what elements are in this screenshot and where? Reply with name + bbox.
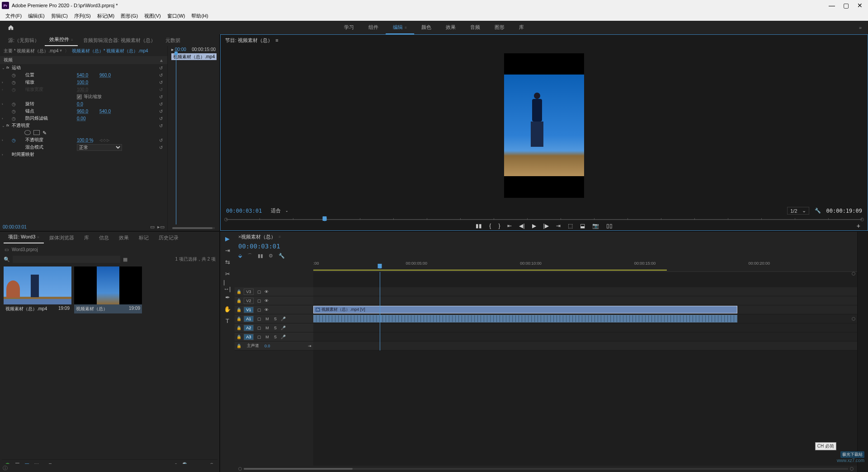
blend-mode-select[interactable]: 正常 [77,144,122,151]
stopwatch-icon[interactable]: ◷ [12,116,18,121]
workspace-libraries[interactable]: 库 [512,21,531,34]
ripple-edit-tool[interactable]: ⇆ [223,258,231,266]
anchor-x[interactable]: 960.0 [77,109,99,114]
sync-lock-icon[interactable]: ▢ [256,308,262,312]
tab-audio-clip-mixer[interactable]: 音频剪辑混合器: 视频素材（总） [79,35,160,46]
close-button[interactable]: ✕ [857,2,863,9]
menu-graphics[interactable]: 图形(G) [118,12,141,20]
sequence-name[interactable]: 视频素材（总） [241,234,276,240]
program-resolution-select[interactable]: 1/2⌄ [787,207,809,215]
mask-pen-icon[interactable]: ✎ [42,130,47,136]
program-timecode-current[interactable]: 00:00:03:01 [226,208,262,214]
sync-lock-icon[interactable]: ▢ [256,317,262,321]
menu-window[interactable]: 窗口(W) [165,12,188,20]
scale-value[interactable]: 100.0 [77,80,99,85]
lock-icon[interactable]: 🔒 [236,344,241,348]
timeline-playhead-line[interactable] [380,272,380,350]
workspace-overflow[interactable]: » [857,23,863,32]
mic-icon[interactable]: 🎤 [281,317,286,321]
track-header-v1[interactable]: 🔒V1▢👁 [235,305,313,314]
zoom-in-handle[interactable] [850,467,854,471]
reset-icon[interactable]: ↺ [159,102,165,107]
workspace-editing[interactable]: 编辑≡ [386,21,414,34]
timeline-zoom-scrollbar[interactable] [244,468,353,470]
mark-out-button[interactable]: } [498,223,500,229]
program-scrubber[interactable] [226,216,862,221]
reset-icon[interactable]: ↺ [159,73,165,78]
add-keyframe-icon[interactable]: ◇ [103,138,106,142]
lift-button[interactable]: ⬚ [568,223,573,229]
track-v3[interactable] [313,287,857,296]
track-header-a3[interactable]: 🔒A3▢MS🎤 [235,332,313,341]
rotation-value[interactable]: 0.0 [77,102,99,107]
track-header-a2[interactable]: 🔒A2▢MS🎤 [235,323,313,332]
reset-icon[interactable]: ↺ [159,109,165,114]
ec-scrollbar[interactable] [172,227,212,229]
workspace-color[interactable]: 颜色 [414,21,439,34]
tab-effects[interactable]: 效果 [114,232,133,243]
settings-icon[interactable]: 🔧 [815,208,821,214]
zoom-out-handle[interactable] [238,467,242,471]
tab-source[interactable]: 源:（无剪辑） [4,35,44,46]
reset-icon[interactable]: ↺ [159,116,165,121]
hand-tool[interactable]: ✋ [223,305,231,313]
menu-help[interactable]: 帮助(H) [189,12,211,20]
visibility-icon[interactable]: 👁 [264,290,269,294]
compare-button[interactable]: ▯▯ [606,223,613,229]
tab-markers[interactable]: 标记 [134,232,153,243]
add-marker-button[interactable]: ▮▮ [476,223,482,229]
visibility-icon[interactable]: 👁 [264,299,269,303]
menu-edit[interactable]: 编辑(E) [25,12,47,20]
tab-metadata[interactable]: 元数据 [161,35,185,46]
tab-history[interactable]: 历史记录 [154,232,183,243]
menu-view[interactable]: 视图(V) [142,12,164,20]
scrubber-start-handle[interactable] [224,218,228,221]
stopwatch-icon[interactable]: ◷ [12,138,18,143]
anchor-y[interactable]: 540.0 [99,109,122,114]
tab-project[interactable]: 项目: Word3≡ [4,231,44,243]
tab-media-browser[interactable]: 媒体浏览器 [45,232,79,243]
step-forward-button[interactable]: |▶ [543,223,549,229]
position-y[interactable]: 960.0 [99,73,122,78]
workspace-learn[interactable]: 学习 [337,21,361,34]
marker-add-icon[interactable]: ▮▮ [258,253,263,259]
lock-icon[interactable]: 🔒 [236,326,241,330]
vscroll-bottom-handle[interactable] [852,317,855,321]
mic-icon[interactable]: 🎤 [281,335,286,339]
go-to-in-button[interactable]: ⇤ [507,223,512,229]
menu-file[interactable]: 文件(F) [3,12,24,20]
tab-effect-controls[interactable]: 效果控件≡ [45,34,78,46]
ec-playhead[interactable] [176,53,176,224]
reset-icon[interactable]: ↺ [159,138,165,143]
audio-clip[interactable] [313,315,737,322]
mask-ellipse-icon[interactable] [24,130,31,135]
visibility-icon[interactable]: 👁 [264,308,269,312]
sync-lock-icon[interactable]: ▢ [256,299,262,303]
snap-toggle-icon[interactable]: ⬙ [238,253,242,259]
lock-icon[interactable]: 🔒 [236,335,241,339]
selection-tool[interactable]: ▶ [223,234,231,243]
reset-icon[interactable]: ↺ [159,145,165,150]
lock-icon[interactable]: 🔒 [236,308,241,312]
mark-in-button[interactable]: { [489,223,491,229]
razor-tool[interactable]: ✂ [223,270,231,278]
button-editor[interactable]: + [857,222,860,229]
project-item-video[interactable]: 视频素材（总）.mp419:09 [4,266,71,313]
antiflicker-value[interactable]: 0.00 [77,116,99,121]
project-search-input[interactable] [13,256,120,263]
workspace-graphics[interactable]: 图形 [487,21,512,34]
program-canvas[interactable] [504,53,584,198]
ec-time-remap-group[interactable]: ›fx 时间重映射 [0,151,167,158]
sync-lock-icon[interactable]: ▢ [256,326,262,330]
tab-libraries[interactable]: 库 [80,232,94,243]
opacity-value[interactable]: 100.0 % [77,138,99,143]
audio-meters[interactable] [857,232,868,472]
track-v2[interactable] [313,296,857,305]
filter-icon[interactable]: ▦ [123,257,127,262]
prev-keyframe-icon[interactable]: ◁ [99,138,102,142]
program-playhead[interactable] [323,216,327,221]
minimize-button[interactable]: — [829,2,835,9]
position-x[interactable]: 540.0 [77,73,99,78]
ec-timecode[interactable]: 00:00:03:01 [3,224,27,229]
track-header-v3[interactable]: 🔒V3▢👁 [235,287,313,296]
